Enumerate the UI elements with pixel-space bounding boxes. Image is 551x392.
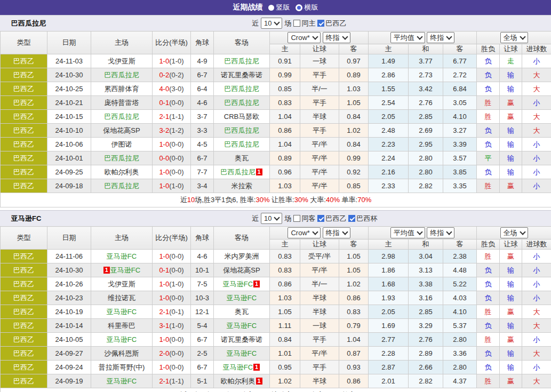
layout-radio-horizontal[interactable]: 横版 bbox=[296, 3, 318, 12]
match-row: 巴西乙 24-10-14 科里蒂巴 3-1(1-0) 5-4 亚马逊FC 1.1… bbox=[1, 319, 551, 333]
fulltime-score: 0-1 bbox=[159, 266, 169, 274]
team-name-link[interactable]: 米内罗美洲 bbox=[225, 252, 259, 260]
league-type-cell: 巴西乙 bbox=[1, 179, 47, 193]
league-checkbox[interactable]: 巴西乙 bbox=[317, 214, 346, 223]
halftime-score: (0-0) bbox=[169, 252, 183, 260]
league-type-cell: 巴西乙 bbox=[1, 110, 47, 124]
team-name-link[interactable]: 亚马逊FC bbox=[227, 322, 257, 330]
team-name-link[interactable]: 奥瓦 bbox=[235, 308, 249, 316]
odds-home-cell: 0.91 bbox=[270, 54, 300, 68]
odds-handicap-cell: 平/半 bbox=[300, 138, 339, 151]
league-checkbox-label: 巴西乙 bbox=[325, 19, 346, 28]
team-name-link[interactable]: 戈伊亚斯 bbox=[108, 280, 135, 288]
league-checkbox[interactable]: 巴西杯 bbox=[348, 214, 377, 223]
team-name-link[interactable]: 欧帕尔利奥 bbox=[105, 168, 139, 176]
avg-time-select[interactable]: 终指 bbox=[427, 32, 454, 43]
team-name-link[interactable]: 诺瓦里桑蒂诺 bbox=[221, 71, 262, 79]
corner-cell: 3-3 bbox=[191, 124, 214, 138]
match-row: 巴西乙 24-10-30 1亚马逊FC 0-1(0-0) 10-1 保地花高SP… bbox=[1, 263, 551, 277]
same-venue-checkbox[interactable]: 同主 bbox=[293, 19, 315, 28]
result-handicap-cell: 输 bbox=[500, 347, 522, 361]
bookmaker-select[interactable]: Crow* bbox=[288, 32, 320, 43]
team-name-link[interactable]: 保地花高SP bbox=[103, 126, 140, 134]
result-outcome-cell: 胜 bbox=[477, 96, 500, 110]
match-row: 巴西乙 24-09-18 巴西瓜拉尼 1-0(1-0) 3-4 米拉索 1.03… bbox=[1, 179, 551, 193]
score-cell: 1-0(0-0) bbox=[153, 291, 191, 305]
team-name-link[interactable]: 欧帕尔利奥 bbox=[221, 377, 255, 385]
scope-select[interactable]: 全场 bbox=[500, 32, 528, 43]
league-type-cell: 巴西乙 bbox=[1, 124, 47, 138]
odds-away-cell: 1.05 bbox=[339, 263, 369, 277]
team-name-link[interactable]: 米拉索 bbox=[231, 182, 252, 190]
team-name-link[interactable]: 累西腓体育 bbox=[105, 85, 139, 93]
average-select[interactable]: 平均值 bbox=[390, 227, 425, 238]
home-team-cell: 沙佩科恩斯 bbox=[91, 347, 153, 361]
team-name-link[interactable]: 巴西瓜拉尼 bbox=[105, 182, 139, 190]
odds-time-select[interactable]: 终指 bbox=[323, 32, 350, 43]
odds-home-cell: 0.83 bbox=[270, 263, 300, 277]
team-name-link[interactable]: 保地花高SP bbox=[223, 266, 260, 274]
team-name-link[interactable]: 亚马逊FC bbox=[223, 280, 253, 288]
avg-draw-odds-cell: 2.80 bbox=[409, 151, 443, 165]
layout-radio-vertical[interactable]: 竖版 bbox=[268, 3, 290, 12]
match-count-select[interactable]: 10 bbox=[261, 18, 282, 29]
match-row: 巴西乙 24-11-03 戈伊亚斯 1-0(1-0) 4-9 巴西瓜拉尼 0.9… bbox=[1, 54, 551, 68]
average-select[interactable]: 平均值 bbox=[390, 32, 425, 43]
team-name-link[interactable]: 伊图诺 bbox=[111, 140, 132, 148]
result-goals-cell: 大 bbox=[522, 82, 551, 96]
avg-away-odds-cell: 4.10 bbox=[443, 110, 477, 124]
col-avg-home: 主 bbox=[369, 44, 409, 54]
result-goals-cell: 大 bbox=[522, 347, 551, 361]
team-name-link[interactable]: 巴西瓜拉尼 bbox=[221, 168, 255, 176]
league-checkbox[interactable]: 巴西乙 bbox=[317, 19, 346, 28]
col-handicap: 让球 bbox=[300, 44, 339, 54]
team-name-link[interactable]: 巴西瓜拉尼 bbox=[225, 126, 259, 134]
team-name-link[interactable]: 巴西瓜拉尼 bbox=[225, 99, 259, 107]
team-name-link[interactable]: 普拉斯哥野(中) bbox=[99, 363, 145, 371]
away-team-cell: 保地花高SP bbox=[214, 263, 270, 277]
team-name-link[interactable]: 诺瓦里桑蒂诺 bbox=[221, 335, 262, 343]
match-count-select[interactable]: 10 bbox=[261, 213, 282, 224]
team-name-link[interactable]: 亚马逊FC bbox=[110, 266, 140, 274]
date-cell: 24-10-01 bbox=[47, 151, 91, 165]
table-body: 巴西乙 24-11-06 亚马逊FC 1-0(0-0) 4-6 米内罗美洲 0.… bbox=[1, 250, 551, 388]
radio-checked-icon bbox=[268, 5, 274, 11]
odds-handicap-cell: 半/一 bbox=[300, 82, 339, 96]
result-goals-cell: 大 bbox=[522, 110, 551, 124]
team-name-link[interactable]: 戈伊亚斯 bbox=[108, 57, 135, 65]
team-name-link[interactable]: 亚马逊FC bbox=[227, 294, 257, 302]
team-name-link[interactable]: CRB马瑟欧 bbox=[224, 113, 259, 121]
team-name-link[interactable]: 巴西瓜拉尼 bbox=[105, 113, 139, 121]
team-name-link[interactable]: 巴西瓜拉尼 bbox=[225, 57, 259, 65]
halftime-score: (0-0) bbox=[169, 363, 183, 371]
chevron-down-icon bbox=[520, 34, 525, 39]
league-type-cell: 巴西乙 bbox=[1, 263, 47, 277]
result-outcome-cell: 胜 bbox=[477, 179, 500, 193]
team-name-link[interactable]: 科里蒂巴 bbox=[108, 322, 135, 330]
avg-time-select[interactable]: 终指 bbox=[427, 227, 454, 238]
away-team-cell: 巴西瓜拉尼 bbox=[214, 138, 270, 151]
same-venue-checkbox[interactable]: 同客 bbox=[293, 214, 315, 223]
team-name-link[interactable]: 亚马逊FC bbox=[107, 308, 137, 316]
team-name-link[interactable]: 维拉诺瓦 bbox=[108, 294, 135, 302]
bookmaker-select[interactable]: Crow* bbox=[288, 227, 320, 238]
fulltime-score: 2-1 bbox=[159, 308, 169, 316]
team-name-link[interactable]: 奥瓦 bbox=[235, 154, 249, 162]
team-name-link[interactable]: 亚马逊FC bbox=[227, 349, 257, 357]
odds-time-select[interactable]: 终指 bbox=[323, 227, 350, 238]
team-name-link[interactable]: 沙佩科恩斯 bbox=[105, 349, 139, 357]
team-name-link[interactable]: 亚马逊FC bbox=[223, 363, 253, 371]
team-name-link[interactable]: 巴西瓜拉尼 bbox=[225, 140, 259, 148]
result-outcome-cell: 胜 bbox=[477, 110, 500, 124]
team-name-link[interactable]: 巴西瓜拉尼 bbox=[225, 85, 259, 93]
chevron-down-icon bbox=[342, 229, 348, 235]
team-name-link[interactable]: 巴西瓜拉尼 bbox=[105, 71, 139, 79]
team-name-link[interactable]: 庞特普雷塔 bbox=[105, 99, 139, 107]
odds-away-cell: 1.05 bbox=[339, 96, 369, 110]
odds-handicap-cell: 平/半 bbox=[300, 151, 339, 165]
team-name-link[interactable]: 巴西瓜拉尼 bbox=[105, 154, 139, 162]
scope-select[interactable]: 全场 bbox=[500, 227, 528, 238]
team-name-link[interactable]: 亚马逊FC bbox=[107, 252, 137, 260]
team-name-link[interactable]: 亚马逊FC bbox=[107, 377, 137, 385]
team-name-link[interactable]: 亚马逊FC bbox=[107, 335, 137, 343]
